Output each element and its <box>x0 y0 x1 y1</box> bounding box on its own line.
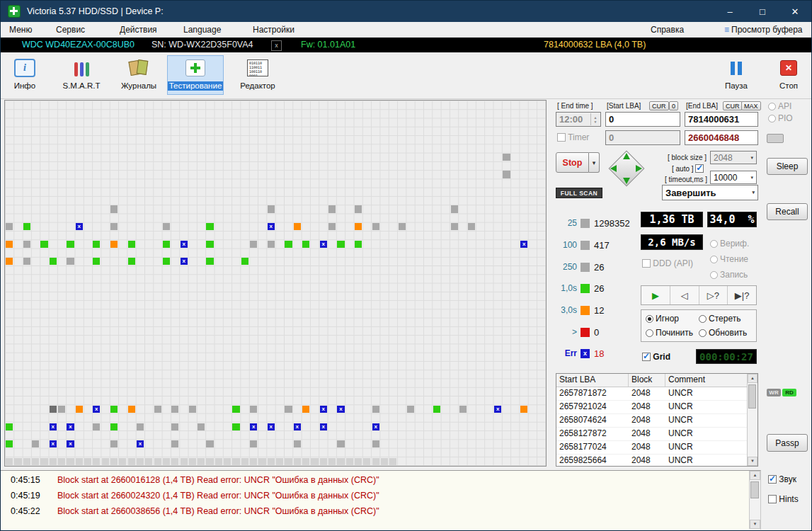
seek-back-button[interactable]: ◁ <box>670 286 699 304</box>
end-lba-input[interactable]: 7814000631 <box>685 112 758 127</box>
scan-block-G <box>337 241 344 248</box>
scan-block-s <box>102 458 109 465</box>
minimize-button[interactable]: – <box>714 1 746 22</box>
start-lba-cur-button[interactable]: CUR <box>649 101 669 110</box>
timer-input[interactable]: 0 <box>605 130 680 145</box>
read-radio[interactable]: Чтение <box>710 254 748 264</box>
scroll-up-icon[interactable] <box>748 374 757 383</box>
pio-radio-circle[interactable] <box>768 115 776 122</box>
hints-checkbox-box[interactable] <box>768 495 777 503</box>
erase-radio[interactable]: Стереть <box>699 314 752 324</box>
pio-radio[interactable]: PIO <box>768 113 793 123</box>
ddd-checkbox[interactable]: DDD (API) <box>642 258 693 268</box>
grid-checkbox[interactable]: Grid <box>642 352 670 362</box>
menu-item-menu[interactable]: Меню <box>9 25 32 35</box>
seek-down-icon[interactable] <box>623 178 630 184</box>
maximize-button[interactable]: □ <box>746 1 779 22</box>
buffer-view-button[interactable]: Просмотр буфера <box>724 25 803 35</box>
stop-button[interactable]: Стоп <box>770 56 808 94</box>
stop-dropdown-arrow[interactable] <box>589 152 600 173</box>
verify-radio-circle[interactable] <box>710 240 718 248</box>
menu-item-settings[interactable]: Настройки <box>253 25 295 35</box>
refresh-radio-circle[interactable] <box>699 329 707 337</box>
block-size-select[interactable]: 2048▾ <box>710 151 757 164</box>
start-lba-zero-button[interactable]: 0 <box>669 101 678 110</box>
finish-action-select[interactable]: Завершить▾ <box>662 185 758 200</box>
seek-pad[interactable] <box>604 148 649 189</box>
defect-row[interactable]: 26579210242048UNCR <box>556 401 757 414</box>
full-scan-button[interactable]: FULL SCAN <box>556 188 602 198</box>
sleep-button[interactable]: Sleep <box>767 158 808 175</box>
seek-end-button[interactable]: ▶|? <box>728 286 756 304</box>
scan-block-x: x <box>337 406 344 413</box>
seek-left-icon[interactable] <box>610 165 617 172</box>
ignore-radio[interactable]: Игнор <box>646 314 699 324</box>
stop-scan-button[interactable]: Stop <box>556 152 589 173</box>
passport-button[interactable]: Passp <box>767 434 808 452</box>
timeout-select[interactable]: 10000▾ <box>710 171 757 184</box>
api-radio-circle[interactable] <box>768 103 776 110</box>
sound-checkbox[interactable]: Звук <box>768 474 796 484</box>
block-size-value: 2048 <box>714 153 733 163</box>
seek-up-icon[interactable] <box>623 153 630 159</box>
log-scrollbar[interactable] <box>749 471 760 529</box>
defect-row[interactable]: 26580746242048UNCR <box>556 414 757 428</box>
defect-row[interactable]: 26578718722048UNCR <box>556 387 757 401</box>
menu-item-help[interactable]: Справка <box>651 25 684 35</box>
menu-item-service[interactable]: Сервис <box>56 25 85 35</box>
pause-button[interactable]: Пауза <box>716 56 757 94</box>
repair-radio-circle[interactable] <box>646 329 653 337</box>
start-lba-input[interactable]: 0 <box>605 112 680 127</box>
verify-radio[interactable]: Вериф. <box>710 239 749 249</box>
scrollbar-thumb[interactable] <box>750 481 759 498</box>
timer-checkbox-box[interactable] <box>557 133 566 142</box>
seek-step-button[interactable]: ▷? <box>699 286 728 304</box>
log-panel: 0:45:15 Block start at 2660016128 (1,4 T… <box>1 470 761 530</box>
grid-checkbox-box[interactable] <box>642 353 651 361</box>
device-model[interactable]: WDC WD40EZAX-00C8UB0 <box>22 40 135 50</box>
scan-block-s <box>232 458 239 465</box>
smart-button[interactable]: S.M.A.R.T <box>59 56 104 94</box>
test-button[interactable]: Тестирование <box>168 56 223 94</box>
erase-radio-circle[interactable] <box>699 315 707 323</box>
ddd-checkbox-box[interactable] <box>642 259 651 268</box>
hints-checkbox[interactable]: Hints <box>768 494 799 504</box>
col-start-lba[interactable]: Start LBA <box>556 374 629 387</box>
logs-button[interactable]: Журналы <box>117 56 161 94</box>
end-time-input[interactable]: 12:00 <box>556 112 601 127</box>
scrollbar-thumb[interactable] <box>748 384 756 409</box>
auto-checkbox[interactable]: [ auto ] <box>672 164 704 173</box>
refresh-radio[interactable]: Обновить <box>699 328 752 338</box>
info-button[interactable]: Инфо <box>6 56 43 94</box>
menu-item-actions[interactable]: Действия <box>120 25 157 35</box>
defect-table-scrollbar[interactable] <box>747 374 757 466</box>
scroll-down-icon[interactable] <box>748 457 757 466</box>
timer-checkbox[interactable]: Timer <box>557 132 589 142</box>
repair-radio[interactable]: Починить <box>646 328 699 338</box>
seek-right-icon[interactable] <box>636 165 642 172</box>
end-lba-max-button[interactable]: MAX <box>741 101 761 110</box>
write-radio-circle[interactable] <box>710 271 718 279</box>
defect-row[interactable]: 26581770242048UNCR <box>556 441 757 455</box>
editor-button[interactable]: 010110 110011 100110 0001 Редактор <box>236 56 280 94</box>
menu-item-language[interactable]: Language <box>183 25 221 35</box>
auto-checkbox-box[interactable] <box>695 164 704 173</box>
spinner-arrows-icon[interactable] <box>590 113 600 125</box>
scroll-down-icon[interactable] <box>750 520 760 529</box>
api-radio[interactable]: API <box>768 101 791 111</box>
end-lba-cur-button[interactable]: CUR <box>723 101 743 110</box>
close-button[interactable]: ✕ <box>779 1 811 22</box>
ignore-radio-circle[interactable] <box>646 315 653 323</box>
recall-button[interactable]: Recall <box>767 203 808 220</box>
defect-row[interactable]: 26598256642048UNCR <box>556 455 757 468</box>
col-comment[interactable]: Comment <box>665 374 757 387</box>
scroll-up-icon[interactable] <box>750 471 760 480</box>
sound-checkbox-box[interactable] <box>768 475 777 484</box>
defect-row[interactable]: 26581278722048UNCR <box>556 428 757 441</box>
read-radio-circle[interactable] <box>710 256 718 263</box>
app-icon <box>8 5 21 18</box>
device-close-button[interactable]: x <box>271 40 282 51</box>
play-button[interactable]: ▶ <box>641 286 670 304</box>
write-radio[interactable]: Запись <box>710 270 748 280</box>
col-block[interactable]: Block <box>629 374 665 387</box>
